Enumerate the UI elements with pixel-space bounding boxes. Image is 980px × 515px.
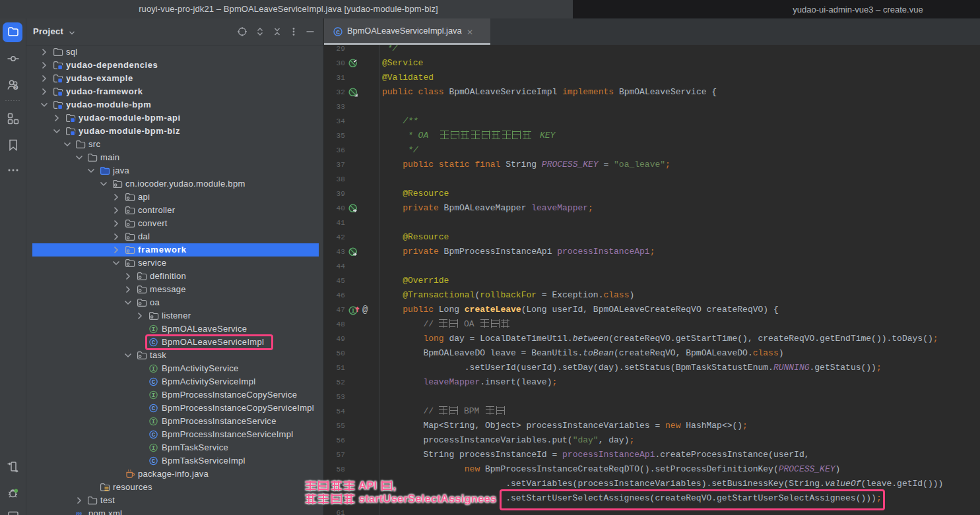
svg-text:I: I <box>152 392 155 399</box>
svg-text:I: I <box>152 445 155 452</box>
svg-text:C: C <box>152 458 156 465</box>
svg-text:I: I <box>152 326 155 333</box>
svg-text:C: C <box>152 432 156 439</box>
svg-text:I: I <box>152 366 155 373</box>
svg-text:C: C <box>336 29 340 36</box>
svg-text:?: ? <box>15 86 17 90</box>
svg-text:C: C <box>152 406 156 412</box>
svg-text:I: I <box>152 419 155 425</box>
svg-text:I: I <box>351 307 355 315</box>
svg-text:C: C <box>152 379 156 386</box>
svg-text:m: m <box>76 509 82 515</box>
